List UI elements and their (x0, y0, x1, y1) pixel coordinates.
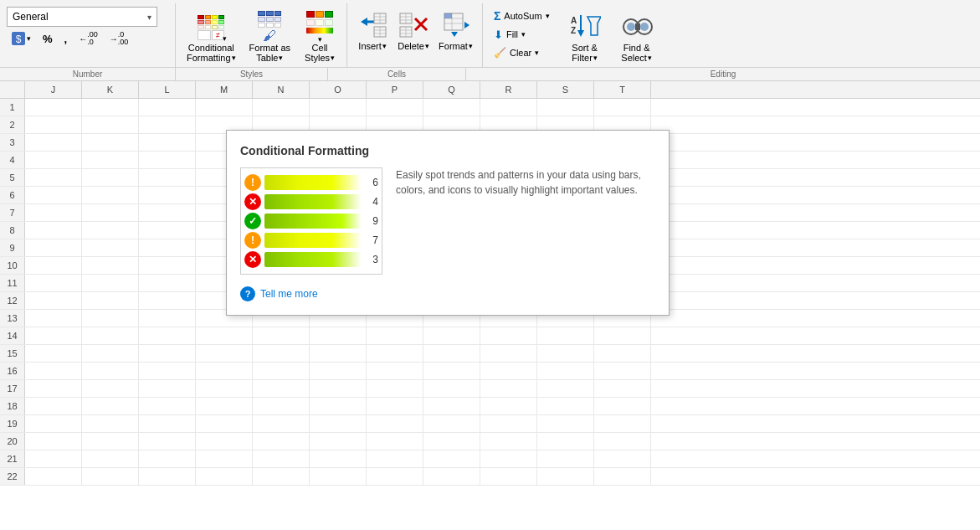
spreadsheet-cell[interactable] (310, 380, 367, 397)
col-header-o[interactable]: O (310, 81, 367, 98)
spreadsheet-cell[interactable] (423, 327, 480, 344)
spreadsheet-cell[interactable] (253, 363, 310, 379)
spreadsheet-cell[interactable] (139, 310, 196, 327)
percent-button[interactable]: % (38, 30, 57, 48)
spreadsheet-cell[interactable] (310, 398, 367, 414)
spreadsheet-cell[interactable] (25, 204, 82, 221)
spreadsheet-cell[interactable] (310, 468, 367, 485)
spreadsheet-cell[interactable] (82, 292, 139, 309)
spreadsheet-cell[interactable] (139, 345, 196, 362)
spreadsheet-cell[interactable] (196, 433, 253, 450)
col-header-s[interactable]: S (537, 81, 594, 98)
spreadsheet-cell[interactable] (537, 380, 594, 397)
spreadsheet-cell[interactable] (367, 380, 423, 397)
decrease-decimal-button[interactable]: ← .00.0 (74, 28, 102, 49)
spreadsheet-cell[interactable] (196, 468, 253, 485)
spreadsheet-cell[interactable] (82, 222, 139, 239)
spreadsheet-cell[interactable] (25, 327, 82, 344)
spreadsheet-cell[interactable] (594, 380, 651, 397)
spreadsheet-cell[interactable] (253, 99, 310, 116)
spreadsheet-cell[interactable] (367, 345, 423, 362)
col-header-q[interactable]: Q (423, 81, 480, 98)
spreadsheet-cell[interactable] (25, 292, 82, 309)
spreadsheet-cell[interactable] (139, 415, 196, 432)
spreadsheet-cell[interactable] (480, 433, 537, 450)
spreadsheet-cell[interactable] (25, 275, 82, 291)
spreadsheet-cell[interactable] (139, 204, 196, 221)
find-select-button[interactable]: Find & Select▾ (614, 7, 659, 67)
comma-button[interactable]: , (60, 30, 72, 48)
spreadsheet-cell[interactable] (139, 222, 196, 239)
spreadsheet-cell[interactable] (423, 99, 480, 116)
spreadsheet-cell[interactable] (25, 415, 82, 432)
spreadsheet-cell[interactable] (537, 433, 594, 450)
spreadsheet-cell[interactable] (25, 222, 82, 239)
spreadsheet-cell[interactable] (367, 99, 423, 116)
spreadsheet-cell[interactable] (480, 415, 537, 432)
spreadsheet-cell[interactable] (423, 415, 480, 432)
spreadsheet-cell[interactable] (367, 433, 423, 450)
spreadsheet-cell[interactable] (196, 380, 253, 397)
spreadsheet-cell[interactable] (82, 345, 139, 362)
spreadsheet-cell[interactable] (139, 275, 196, 291)
spreadsheet-cell[interactable] (25, 134, 82, 151)
spreadsheet-cell[interactable] (82, 433, 139, 450)
spreadsheet-cell[interactable] (25, 345, 82, 362)
spreadsheet-cell[interactable] (310, 433, 367, 450)
delete-button[interactable]: Delete▾ (393, 7, 434, 55)
spreadsheet-cell[interactable] (139, 152, 196, 168)
currency-button[interactable]: $ ▾ (7, 28, 35, 49)
format-as-table-button[interactable]: 🖌 Format as Table▾ (244, 7, 297, 67)
spreadsheet-cell[interactable] (480, 363, 537, 379)
spreadsheet-cell[interactable] (310, 327, 367, 344)
spreadsheet-cell[interactable] (139, 292, 196, 309)
spreadsheet-cell[interactable] (480, 468, 537, 485)
spreadsheet-cell[interactable] (82, 275, 139, 291)
spreadsheet-cell[interactable] (367, 327, 423, 344)
spreadsheet-cell[interactable] (594, 450, 651, 467)
spreadsheet-cell[interactable] (594, 99, 651, 116)
spreadsheet-cell[interactable] (253, 468, 310, 485)
spreadsheet-cell[interactable] (196, 99, 253, 116)
spreadsheet-cell[interactable] (25, 187, 82, 203)
spreadsheet-cell[interactable] (25, 380, 82, 397)
spreadsheet-cell[interactable] (480, 450, 537, 467)
spreadsheet-cell[interactable] (480, 398, 537, 414)
col-header-t[interactable]: T (594, 81, 651, 98)
spreadsheet-cell[interactable] (139, 99, 196, 116)
spreadsheet-cell[interactable] (139, 327, 196, 344)
spreadsheet-cell[interactable] (310, 450, 367, 467)
spreadsheet-cell[interactable] (253, 433, 310, 450)
spreadsheet-cell[interactable] (423, 450, 480, 467)
spreadsheet-cell[interactable] (253, 398, 310, 414)
spreadsheet-cell[interactable] (82, 187, 139, 203)
spreadsheet-cell[interactable] (196, 327, 253, 344)
spreadsheet-cell[interactable] (82, 363, 139, 379)
spreadsheet-cell[interactable] (537, 345, 594, 362)
spreadsheet-cell[interactable] (310, 345, 367, 362)
spreadsheet-cell[interactable] (139, 134, 196, 151)
spreadsheet-cell[interactable] (82, 327, 139, 344)
spreadsheet-cell[interactable] (25, 169, 82, 186)
spreadsheet-cell[interactable] (537, 468, 594, 485)
spreadsheet-cell[interactable] (25, 398, 82, 414)
spreadsheet-cell[interactable] (82, 239, 139, 256)
spreadsheet-cell[interactable] (253, 450, 310, 467)
spreadsheet-cell[interactable] (82, 468, 139, 485)
number-format-dropdown[interactable]: General ▾ (7, 7, 157, 27)
spreadsheet-cell[interactable] (139, 239, 196, 256)
spreadsheet-cell[interactable] (139, 450, 196, 467)
spreadsheet-cell[interactable] (82, 415, 139, 432)
clear-button[interactable]: 🧹 Clear ▾ (488, 44, 556, 62)
spreadsheet-cell[interactable] (537, 415, 594, 432)
spreadsheet-cell[interactable] (139, 257, 196, 274)
spreadsheet-cell[interactable] (423, 363, 480, 379)
spreadsheet-cell[interactable] (480, 99, 537, 116)
spreadsheet-cell[interactable] (139, 187, 196, 203)
spreadsheet-cell[interactable] (310, 99, 367, 116)
spreadsheet-cell[interactable] (594, 433, 651, 450)
spreadsheet-cell[interactable] (367, 363, 423, 379)
spreadsheet-cell[interactable] (25, 450, 82, 467)
spreadsheet-cell[interactable] (367, 450, 423, 467)
spreadsheet-cell[interactable] (25, 363, 82, 379)
